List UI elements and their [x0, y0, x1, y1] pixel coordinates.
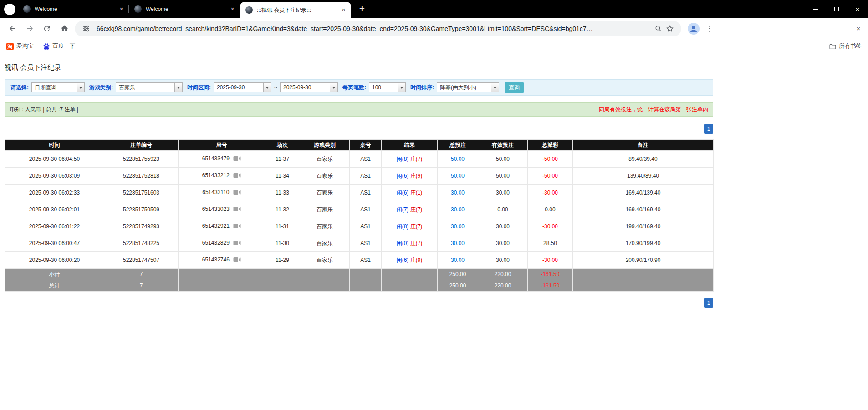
tab-close-icon[interactable]: ×: [229, 5, 236, 13]
cell-note: 169.40/139.40: [573, 184, 714, 201]
total-bet-link[interactable]: 30.00: [451, 240, 465, 246]
total-bet-link[interactable]: 30.00: [451, 206, 465, 213]
subtotal-total-bet: 250.00: [438, 269, 478, 280]
result-player: 闲(7): [397, 206, 409, 213]
total-bet-link[interactable]: 30.00: [451, 223, 465, 230]
total-payout: -161.50: [528, 280, 573, 292]
bookmark-star-icon[interactable]: [664, 23, 676, 35]
round-id-text: 651432921: [202, 223, 230, 229]
table-row: 2025-09-30 06:02:01 522851750509 6514330…: [5, 201, 714, 218]
home-button[interactable]: [56, 20, 73, 37]
total-bet-link[interactable]: 50.00: [451, 173, 465, 179]
tab-close-icon[interactable]: ×: [340, 6, 347, 14]
back-button[interactable]: [4, 20, 21, 37]
reload-button[interactable]: [38, 20, 56, 37]
zoom-icon[interactable]: [652, 23, 664, 35]
chevron-down-icon[interactable]: [263, 83, 271, 92]
cell-payout: 28.50: [528, 235, 573, 252]
total-bet-link[interactable]: 50.00: [451, 156, 465, 162]
game-type-label: 游戏类别:: [89, 84, 113, 92]
cell-table-no: AS1: [350, 235, 382, 252]
cell-payout: -30.00: [528, 252, 573, 269]
date-start-input[interactable]: 2025-09-30: [214, 82, 271, 92]
cell-table-no: AS1: [350, 168, 382, 184]
game-type-select[interactable]: 百家乐: [116, 82, 183, 92]
maximize-button[interactable]: [826, 0, 847, 18]
chevron-down-icon[interactable]: [174, 83, 182, 92]
bookmark-label: 百度一下: [53, 42, 76, 50]
close-icon[interactable]: ×: [853, 24, 863, 34]
cell-payout: -30.00: [528, 218, 573, 235]
minimize-button[interactable]: [805, 0, 826, 18]
forward-button[interactable]: [21, 20, 38, 37]
date-query-select[interactable]: 日期查询: [31, 82, 85, 92]
cell-note: 199.40/169.40: [573, 218, 714, 235]
total-count: 7: [104, 280, 179, 292]
cell-total-bet: 30.00: [438, 235, 478, 252]
bookmark-baidu[interactable]: 百度一下: [43, 42, 76, 50]
cell-round-id: 651433023: [179, 201, 265, 218]
subtotal-valid-bet: 220.00: [478, 269, 528, 280]
subtotal-count: 7: [104, 269, 179, 280]
tab-welcome-2[interactable]: Welcome ×: [129, 0, 240, 18]
video-replay-icon[interactable]: [233, 190, 241, 196]
window-close-button[interactable]: ×: [847, 0, 868, 18]
url-text[interactable]: 66cxkj98.com/game/betrecord_search/kind3…: [97, 25, 652, 32]
tab-search-button[interactable]: [4, 4, 15, 15]
tab-favicon-globe-icon: [245, 6, 253, 14]
chevron-down-icon[interactable]: [330, 83, 337, 92]
cell-total-bet: 30.00: [438, 201, 478, 218]
chevron-down-icon[interactable]: [491, 83, 499, 92]
cell-payout: 0.00: [528, 201, 573, 218]
forward-arrow-icon: [26, 24, 34, 33]
table-row: 2025-09-30 06:03:09 522851752818 6514332…: [5, 168, 714, 184]
page-size-select[interactable]: 100: [369, 82, 406, 92]
table-header-row: 时间注单编号局号场次游戏类别桌号结果总投注有效投注总派彩备注: [5, 140, 714, 151]
video-replay-icon[interactable]: [233, 223, 241, 230]
profile-avatar[interactable]: [688, 23, 700, 35]
page-1-button[interactable]: 1: [704, 298, 713, 308]
result-banker: 庄(7): [410, 223, 423, 230]
video-replay-icon[interactable]: [233, 206, 241, 213]
all-bookmarks[interactable]: 所有书签: [822, 42, 862, 51]
video-replay-icon[interactable]: [233, 173, 241, 179]
date-end-input[interactable]: 2025-09-30: [280, 82, 338, 92]
table-row: 2025-09-30 06:01:22 522851749293 6514329…: [5, 218, 714, 235]
browser-menu-icon[interactable]: [704, 23, 715, 34]
cell-payout: -30.00: [528, 184, 573, 201]
cell-note: 170.90/199.40: [573, 235, 714, 252]
total-valid-bet: 220.00: [478, 280, 528, 292]
site-settings-icon[interactable]: [80, 23, 92, 35]
table-row: 2025-09-30 06:00:47 522851748225 6514328…: [5, 235, 714, 252]
cell-total-bet: 50.00: [438, 151, 478, 168]
search-button[interactable]: 查询: [505, 82, 524, 93]
select-label: 请选择:: [10, 84, 29, 92]
subtotal-payout: -161.50: [528, 269, 573, 280]
video-replay-icon[interactable]: [233, 257, 241, 264]
video-replay-icon[interactable]: [233, 240, 241, 247]
new-tab-button[interactable]: +: [356, 3, 368, 15]
table-row: 2025-09-30 06:04:50 522851755923 6514334…: [5, 151, 714, 168]
total-bet-link[interactable]: 30.00: [451, 257, 465, 263]
tab-title: :::视讯 会员下注纪录:::: [257, 6, 340, 14]
cell-time: 2025-09-30 06:02:01: [5, 201, 104, 218]
cell-game-type: 百家乐: [300, 151, 350, 168]
filter-bar: 请选择: 日期查询 游戏类别: 百家乐 时间区间: 2025-09-30 ~ 2…: [5, 79, 713, 96]
back-arrow-icon: [8, 24, 17, 33]
chevron-down-icon[interactable]: [398, 83, 405, 92]
cell-payout: -50.00: [528, 168, 573, 184]
cell-session: 11-32: [265, 201, 300, 218]
tab-close-icon[interactable]: ×: [117, 5, 125, 13]
cell-result: 闲(8) 庄(7): [382, 151, 438, 168]
bookmark-taobao[interactable]: 淘 爱淘宝: [6, 42, 34, 50]
tab-welcome-1[interactable]: Welcome ×: [18, 0, 129, 18]
total-bet-link[interactable]: 30.00: [451, 190, 465, 196]
cell-round-id: 651432746: [179, 252, 265, 269]
page-1-button[interactable]: 1: [704, 124, 713, 134]
video-replay-icon[interactable]: [233, 156, 241, 163]
cell-note: 169.40/169.40: [573, 201, 714, 218]
tab-bet-records-active[interactable]: :::视讯 会员下注纪录::: ×: [240, 2, 351, 18]
address-bar[interactable]: 66cxkj98.com/game/betrecord_search/kind3…: [75, 21, 681, 36]
chevron-down-icon[interactable]: [77, 83, 84, 92]
sort-order-select[interactable]: 降幂(由大到小): [437, 82, 499, 92]
